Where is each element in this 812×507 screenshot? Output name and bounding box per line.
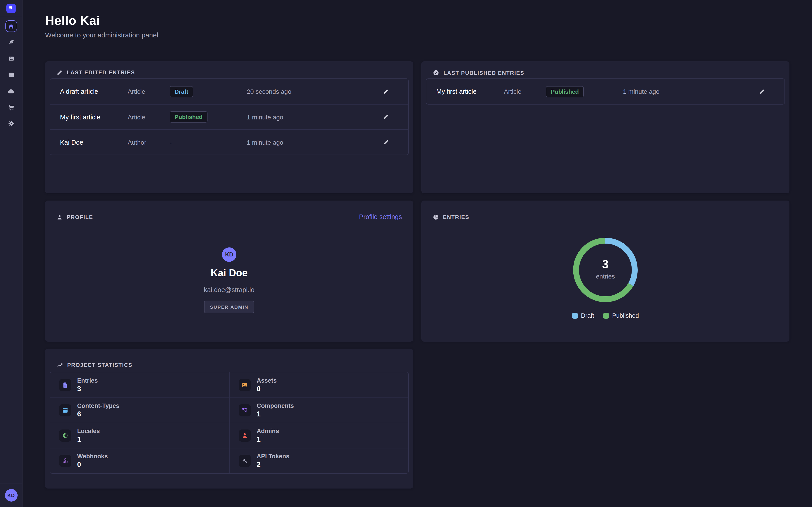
entries-donut-chart: 3 entries — [569, 234, 642, 306]
sidebar-item-cloud[interactable] — [5, 85, 17, 97]
sidebar-item-content-manager[interactable] — [5, 37, 17, 48]
stat-webhooks: Webhooks0 — [50, 448, 229, 473]
feather-icon — [7, 39, 15, 46]
status-badge: Draft — [170, 86, 193, 97]
last-edited-entries-panel: LAST EDITED ENTRIES A draft article Arti… — [45, 61, 413, 193]
pencil-icon — [383, 139, 389, 145]
project-statistics-panel: PROJECT STATISTICS Entries3 Assets0 Cont… — [45, 349, 413, 489]
legend-item-draft: Draft — [572, 312, 594, 319]
panel-title: ENTRIES — [443, 214, 469, 220]
status-badge: Published — [170, 111, 207, 123]
sidebar-item-marketplace[interactable] — [5, 101, 17, 113]
components-icon — [239, 404, 251, 416]
table-row[interactable]: My first article Article Published 1 min… — [426, 79, 784, 104]
entry-time: 1 minute ago — [247, 138, 363, 146]
role-badge: SUPER ADMIN — [204, 300, 254, 313]
table-row[interactable]: A draft article Article Draft 20 seconds… — [50, 79, 408, 104]
last-published-table: My first article Article Published 1 min… — [426, 78, 785, 105]
layout-icon — [7, 71, 15, 78]
legend-label: Draft — [581, 312, 594, 319]
sidebar-item-settings[interactable] — [5, 118, 17, 129]
entries-count: 3 — [569, 257, 642, 271]
panel-title: LAST PUBLISHED ENTRIES — [444, 70, 524, 76]
entry-name: My first article — [436, 88, 504, 95]
profile-email: kai.doe@strapi.io — [45, 286, 413, 293]
webhooks-icon — [59, 455, 71, 467]
stat-value: 6 — [77, 410, 119, 418]
table-row[interactable]: Kai Doe Author - 1 minute ago — [50, 129, 408, 155]
entry-time: 20 seconds ago — [247, 88, 363, 95]
edit-entry-button[interactable] — [383, 114, 389, 120]
page-title: Hello Kai — [45, 13, 790, 28]
panel-title: PROJECT STATISTICS — [67, 362, 133, 368]
stat-components: Components1 — [229, 397, 408, 423]
user-avatar[interactable]: KD — [5, 489, 17, 502]
entry-type: Author — [128, 138, 170, 146]
sidebar-item-home[interactable] — [5, 20, 17, 32]
cloud-icon — [7, 87, 15, 95]
stat-label: Components — [257, 402, 294, 409]
draft-legend-chip — [572, 313, 578, 319]
legend-item-published: Published — [603, 312, 639, 319]
home-icon — [8, 23, 14, 30]
stat-label: Content-Types — [77, 402, 119, 409]
pencil-icon — [759, 89, 765, 95]
profile-panel: PROFILE Profile settings KD Kai Doe kai.… — [45, 201, 413, 342]
profile-name: Kai Doe — [45, 267, 413, 279]
table-row[interactable]: My first article Article Published 1 min… — [50, 104, 408, 129]
page-subtitle: Welcome to your administration panel — [45, 31, 790, 39]
panel-title: LAST EDITED ENTRIES — [67, 69, 135, 76]
pencil-icon — [56, 69, 63, 76]
entry-type: Article — [128, 113, 170, 121]
entry-name: A draft article — [60, 88, 128, 95]
globe-icon — [59, 430, 71, 442]
entry-type: Article — [128, 88, 170, 95]
stat-label: Assets — [257, 377, 277, 384]
dashboard-grid: LAST EDITED ENTRIES A draft article Arti… — [45, 61, 790, 489]
profile-avatar: KD — [222, 247, 236, 262]
stat-label: API Tokens — [257, 453, 289, 460]
edit-entry-button[interactable] — [383, 89, 389, 95]
stats-table: Entries3 Assets0 Content-Types6 Componen… — [50, 372, 409, 474]
sidebar-divider-bottom — [0, 484, 22, 484]
entries-panel: ENTRIES 3 entries Draft — [421, 201, 790, 342]
sidebar-divider — [0, 17, 22, 17]
stat-entries: Entries3 — [50, 372, 229, 397]
strapi-admin-dashboard: KD Hello Kai Welcome to your administrat… — [0, 0, 812, 507]
entry-time: 1 minute ago — [247, 113, 363, 121]
trending-up-icon — [56, 361, 63, 368]
status-empty: - — [170, 138, 172, 146]
pie-chart-icon — [433, 214, 439, 220]
marketplace-cart-icon — [7, 104, 15, 111]
entry-type: Article — [504, 88, 546, 95]
edit-entry-button[interactable] — [759, 89, 765, 95]
media-library-icon — [7, 55, 15, 62]
layout-grid-icon — [59, 404, 71, 416]
stat-value: 0 — [77, 461, 108, 469]
entry-time: 1 minute ago — [623, 88, 740, 95]
stat-value: 1 — [77, 435, 100, 443]
profile-card: KD Kai Doe kai.doe@strapi.io SUPER ADMIN — [45, 201, 413, 342]
legend-label: Published — [612, 312, 639, 319]
edit-entry-button[interactable] — [383, 139, 389, 145]
stat-locales: Locales1 — [50, 423, 229, 448]
stat-label: Locales — [77, 428, 100, 435]
stat-value: 1 — [257, 435, 279, 443]
last-published-entries-panel: LAST PUBLISHED ENTRIES My first article … — [421, 61, 790, 193]
entry-name: My first article — [60, 113, 128, 121]
stat-api-tokens: API Tokens2 — [229, 448, 408, 473]
strapi-logo[interactable] — [6, 4, 16, 13]
pencil-icon — [383, 89, 389, 95]
document-icon — [59, 379, 71, 391]
sidebar-item-media-library[interactable] — [5, 53, 17, 64]
status-badge: Published — [546, 86, 584, 97]
stat-value: 1 — [257, 410, 294, 418]
stat-value: 0 — [257, 385, 277, 393]
chart-legend: Draft Published — [421, 312, 790, 319]
sidebar-bottom: KD — [0, 480, 22, 507]
published-legend-chip — [603, 313, 609, 319]
sidebar-item-content-type-builder[interactable] — [5, 69, 17, 81]
settings-gear-icon — [7, 120, 15, 127]
stat-assets: Assets0 — [229, 372, 408, 397]
entries-count-label: entries — [569, 273, 642, 280]
